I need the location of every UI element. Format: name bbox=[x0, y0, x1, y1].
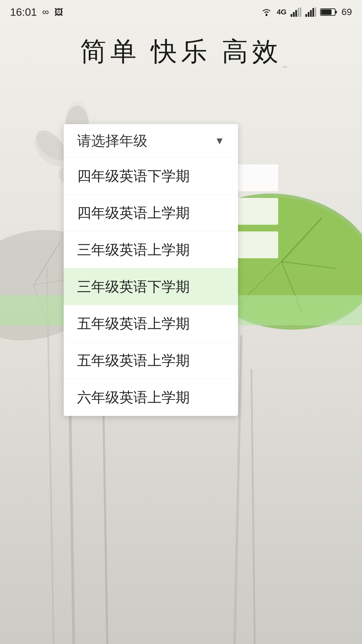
dropdown-item-1[interactable]: 四年级英语上学期 bbox=[64, 195, 238, 231]
wifi-icon bbox=[260, 7, 273, 17]
svg-rect-35 bbox=[295, 10, 297, 17]
dropdown-item-2[interactable]: 三年级英语上学期 bbox=[64, 231, 238, 268]
status-right: 4G 69 bbox=[260, 7, 352, 17]
svg-rect-34 bbox=[293, 12, 295, 17]
image-icon: 🖼 bbox=[54, 7, 63, 17]
dropdown-item-3[interactable]: 三年级英语下学期 bbox=[64, 268, 238, 305]
network-4g-icon: 4G bbox=[277, 8, 286, 16]
svg-point-32 bbox=[265, 14, 267, 16]
svg-rect-36 bbox=[298, 8, 299, 17]
svg-rect-38 bbox=[305, 14, 307, 17]
svg-rect-42 bbox=[315, 7, 316, 17]
dropdown-placeholder: 请选择年级 bbox=[77, 131, 147, 150]
svg-rect-39 bbox=[308, 12, 309, 17]
svg-rect-33 bbox=[291, 14, 292, 17]
svg-rect-44 bbox=[335, 11, 337, 13]
grade-dropdown-menu[interactable]: 请选择年级 ▼ 四年级英语下学期 四年级英语上学期 三年级英语上学期 三年级英语… bbox=[64, 124, 238, 416]
signal-bars-icon bbox=[291, 7, 301, 17]
chevron-down-icon: ▼ bbox=[215, 135, 225, 147]
dropdown-item-5[interactable]: 五年级英语上学期 bbox=[64, 342, 238, 379]
dropdown-item-4[interactable]: 五年级英语上学期 bbox=[64, 305, 238, 342]
svg-rect-41 bbox=[312, 8, 314, 17]
link-icon: ∞ bbox=[42, 7, 49, 17]
time-display: 16:01 bbox=[10, 6, 37, 18]
dropdown-item-6[interactable]: 六年级英语上学期 bbox=[64, 379, 238, 416]
dropdown-item-0[interactable]: 四年级英语下学期 bbox=[64, 158, 238, 195]
dropdown-header[interactable]: 请选择年级 ▼ bbox=[64, 124, 238, 158]
svg-rect-40 bbox=[310, 10, 312, 17]
battery-icon bbox=[320, 7, 338, 17]
battery-percent: 69 bbox=[342, 7, 352, 17]
status-bar: 16:01 ∞ 🖼 4G bbox=[0, 0, 362, 24]
svg-rect-45 bbox=[321, 9, 331, 15]
status-left: 16:01 ∞ 🖼 bbox=[10, 6, 63, 18]
signal-bars-2-icon bbox=[305, 7, 316, 17]
page-title: 简单 快乐 高效 bbox=[0, 24, 362, 69]
svg-rect-37 bbox=[300, 7, 301, 17]
